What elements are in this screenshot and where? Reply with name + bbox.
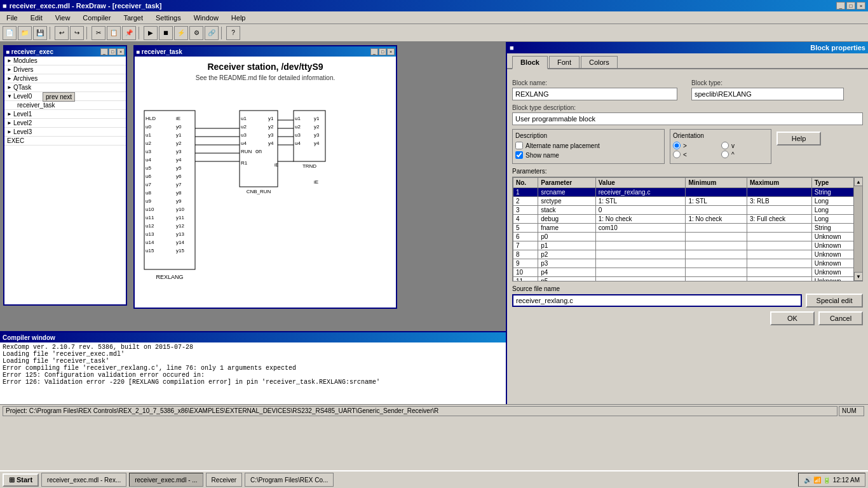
- compiler-window: Compiler window RexComp ver. 2.10.7 rev.…: [0, 331, 506, 404]
- tree-label-level2: Level2: [13, 119, 32, 126]
- recv-exec-minimize[interactable]: _: [100, 48, 108, 55]
- toolbar-cut[interactable]: ✂: [92, 26, 105, 40]
- recv-exec-window: ■ receiver_exec _ □ × ► Modules ► Driver…: [3, 45, 127, 306]
- svg-text:u1: u1: [295, 116, 301, 121]
- toolbar-copy[interactable]: 📋: [107, 26, 121, 40]
- table-row[interactable]: 10p4Unknown: [513, 268, 862, 277]
- scroll-up-btn[interactable]: ▲: [854, 177, 863, 186]
- menu-settings[interactable]: Settings: [152, 13, 185, 23]
- clock: 12:12 AM: [833, 477, 860, 484]
- orient-left-radio[interactable]: [673, 151, 681, 158]
- cancel-button[interactable]: Cancel: [818, 311, 863, 325]
- tree-qtask[interactable]: ► QTask: [4, 83, 126, 92]
- menu-edit[interactable]: Edit: [27, 13, 46, 23]
- scroll-track[interactable]: [854, 186, 862, 272]
- orient-up-radio[interactable]: [721, 151, 729, 158]
- maximize-button[interactable]: □: [846, 2, 855, 10]
- tab-colors[interactable]: Colors: [581, 56, 618, 68]
- toolbar-stop[interactable]: ⏹: [159, 26, 173, 40]
- menu-target[interactable]: Target: [119, 13, 147, 23]
- recv-exec-maximize[interactable]: □: [109, 48, 116, 55]
- recv-task-close[interactable]: ×: [387, 48, 395, 55]
- recv-exec-close[interactable]: ×: [117, 48, 125, 55]
- svg-text:RUN: RUN: [241, 149, 252, 154]
- taskbar-item-3[interactable]: C:\Program Files\REX Co...: [245, 473, 334, 487]
- svg-text:u5: u5: [146, 165, 151, 171]
- block-type-input[interactable]: [691, 88, 844, 100]
- tree-drivers[interactable]: ► Drivers: [4, 65, 126, 74]
- taskbar: ⊞ Start receiver_exec.mdl - Rex... recei…: [0, 470, 868, 488]
- params-scrollbar[interactable]: ▲ ▼: [853, 177, 862, 281]
- recv-task-minimize[interactable]: _: [370, 48, 378, 55]
- tree-receiver-task[interactable]: receiver_task: [4, 101, 126, 110]
- table-row[interactable]: 6p0Unknown: [513, 233, 862, 241]
- toolbar-compile[interactable]: ▶: [144, 26, 158, 40]
- toolbar-save[interactable]: 💾: [33, 26, 47, 40]
- tree-exec[interactable]: EXEC: [4, 137, 126, 146]
- tree-archives[interactable]: ► Archives: [4, 74, 126, 83]
- menu-file[interactable]: File: [3, 13, 22, 23]
- source-file-input[interactable]: [512, 294, 802, 307]
- orient-right-radio[interactable]: [673, 142, 681, 149]
- svg-text:u13: u13: [146, 231, 154, 237]
- toolbar-undo[interactable]: ↩: [55, 26, 69, 40]
- taskbar-item-1[interactable]: receiver_exec.mdl - ...: [129, 473, 203, 487]
- table-row[interactable]: 5fnamecom10String: [513, 224, 862, 233]
- help-button[interactable]: Help: [776, 132, 821, 146]
- table-row[interactable]: 1srcnamereceiver_rexlang.cString: [513, 188, 862, 197]
- toolbar-b3[interactable]: 🔗: [205, 26, 219, 40]
- toolbar-new[interactable]: 📄: [3, 26, 17, 40]
- minimize-button[interactable]: _: [836, 2, 845, 10]
- menu-view[interactable]: View: [51, 13, 74, 23]
- block-type-desc-input[interactable]: [512, 112, 863, 125]
- table-row[interactable]: 3stack0Long: [513, 206, 862, 215]
- toolbar-open[interactable]: 📁: [18, 26, 32, 40]
- taskbar-item-2[interactable]: Receiver: [206, 473, 242, 487]
- special-edit-button[interactable]: Special edit: [806, 294, 863, 308]
- table-row[interactable]: 4debug1: No check1: No check3: Full chec…: [513, 215, 862, 224]
- tree-level1[interactable]: ► Level1: [4, 110, 126, 119]
- tab-block[interactable]: Block: [512, 56, 548, 69]
- toolbar-help[interactable]: ?: [226, 26, 240, 40]
- svg-text:y0: y0: [176, 124, 182, 130]
- svg-text:u8: u8: [146, 190, 151, 196]
- status-text-content: Project: C:\Program Files\REX Controls\R…: [6, 407, 438, 414]
- toolbar-b2[interactable]: ⚙: [189, 26, 203, 40]
- toolbar-redo[interactable]: ↪: [70, 26, 84, 40]
- tree-level2[interactable]: ► Level2: [4, 119, 126, 128]
- show-name-checkbox[interactable]: [515, 151, 523, 159]
- toolbar-b1[interactable]: ⚡: [174, 26, 188, 40]
- menu-compiler[interactable]: Compiler: [79, 13, 114, 23]
- recv-task-maximize[interactable]: □: [379, 48, 386, 55]
- app-title: receiver_exec.mdl - RexDraw - [receiver_…: [10, 2, 162, 10]
- block-name-input[interactable]: [512, 88, 677, 100]
- scroll-down-btn[interactable]: ▼: [854, 272, 863, 281]
- svg-text:u4: u4: [241, 140, 247, 146]
- tab-font[interactable]: Font: [549, 56, 580, 68]
- table-row[interactable]: 11p5Unknown: [513, 277, 862, 282]
- ok-button[interactable]: OK: [770, 311, 815, 325]
- menu-help[interactable]: Help: [227, 13, 250, 23]
- table-row[interactable]: 9p3Unknown: [513, 259, 862, 268]
- tree-level3[interactable]: ► Level3: [4, 128, 126, 137]
- table-row[interactable]: 2srctype1: STL1: STL3: RLBLong: [513, 197, 862, 206]
- orient-left-label: <: [683, 151, 687, 158]
- tree-label-qtask: QTask: [13, 84, 31, 91]
- alternate-name-checkbox[interactable]: [515, 142, 523, 149]
- toolbar-paste[interactable]: 📌: [122, 26, 136, 40]
- recv-exec-title: ■ receiver_exec _ □ ×: [4, 46, 126, 57]
- start-icon: ⊞: [9, 476, 15, 484]
- parameters-section: Parameters: No. Parameter Value Minimum …: [512, 168, 863, 281]
- orient-up-row: ^: [721, 151, 768, 158]
- start-button[interactable]: ⊞ Start: [3, 473, 39, 487]
- menu-window[interactable]: Window: [190, 13, 222, 23]
- tree-modules[interactable]: ► Modules: [4, 57, 126, 65]
- tree-level0[interactable]: ▼ Level0 prev next: [4, 92, 126, 101]
- table-row[interactable]: 8p2Unknown: [513, 250, 862, 259]
- svg-text:y1: y1: [176, 132, 182, 138]
- taskbar-item-0[interactable]: receiver_exec.mdl - Rex...: [41, 473, 126, 487]
- table-row[interactable]: 7p1Unknown: [513, 241, 862, 250]
- svg-text:u7: u7: [146, 182, 151, 187]
- orient-down-radio[interactable]: [721, 142, 729, 149]
- close-button[interactable]: ×: [857, 2, 865, 10]
